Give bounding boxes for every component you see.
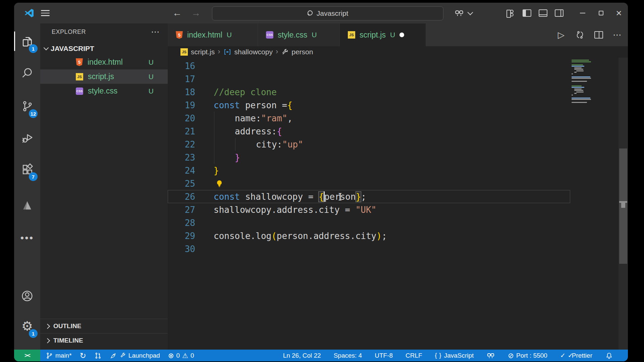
code-line-19[interactable]: 19const person ={: [168, 99, 570, 112]
indent-guide: [214, 151, 214, 164]
tab-index-html[interactable]: 5 index.html U: [168, 23, 258, 46]
js-file-icon: JS: [348, 31, 355, 39]
code-line-22[interactable]: 22city:"up": [168, 138, 570, 151]
source-control-activity-icon[interactable]: 12: [14, 95, 40, 118]
code-text: }: [195, 153, 240, 163]
editor-scrollbar[interactable]: [619, 58, 628, 350]
minimap-line: [572, 60, 589, 61]
cursor-position-item[interactable]: Ln 26, Col 22: [283, 352, 321, 359]
prettier-item[interactable]: ✓✓ Prettier: [560, 352, 592, 359]
restore-button[interactable]: [595, 3, 607, 23]
code-line-28[interactable]: 28: [168, 216, 570, 229]
command-center-search[interactable]: Javascript: [212, 6, 443, 20]
breadcrumb-file[interactable]: script.js: [191, 48, 215, 56]
copilot-status-icon[interactable]: [486, 351, 495, 360]
tab-script-js[interactable]: JS script.js U: [340, 23, 426, 46]
code-line-16[interactable]: 16: [168, 59, 570, 72]
code-line-17[interactable]: 17: [168, 72, 570, 85]
vscode-logo-icon: [23, 3, 36, 23]
tab-bar: 5 index.html U CSS style.css U JS script…: [168, 23, 628, 46]
encoding-item[interactable]: UTF-8: [375, 352, 393, 359]
back-button[interactable]: ←: [171, 3, 183, 23]
minimap-line: [572, 99, 591, 100]
notifications-bell-icon[interactable]: [605, 352, 613, 360]
line-number: 27: [168, 205, 195, 215]
git-branch-item[interactable]: main*: [46, 352, 72, 359]
launchpad-item[interactable]: Launchpad: [110, 352, 160, 359]
file-name: script.js: [88, 72, 114, 81]
code-line-29[interactable]: 29console.log(person.address.city);: [168, 229, 570, 242]
file-name: index.html: [88, 58, 123, 67]
explorer-actions-icon[interactable]: ⋯: [151, 27, 160, 37]
forward-button[interactable]: →: [190, 3, 202, 23]
code-pane[interactable]: 161718//deep clone19const person ={20nam…: [168, 59, 570, 350]
live-server-port-item[interactable]: ⊘ Port : 5500: [508, 352, 547, 360]
more-views-icon[interactable]: •••: [14, 226, 40, 250]
minimap-line: [572, 78, 591, 79]
copilot-icon[interactable]: [453, 3, 466, 23]
file-row-script-js[interactable]: JS script.js U: [40, 69, 168, 84]
code-line-20[interactable]: 20name:"ram",: [168, 112, 570, 125]
menu-icon[interactable]: [40, 3, 51, 23]
launchpad-rocket-icon: [110, 352, 117, 359]
problems-item[interactable]: ⊗ 0 ⚠ 0: [168, 352, 194, 360]
minimize-button[interactable]: [577, 3, 588, 23]
timeline-section[interactable]: TIMELINE: [40, 333, 168, 348]
chevron-separator-icon: ›: [218, 47, 220, 56]
outline-section[interactable]: OUTLINE: [40, 319, 168, 333]
indentation-item[interactable]: Spaces: 4: [334, 352, 362, 359]
extensions-activity-icon[interactable]: 7: [14, 158, 40, 181]
code-line-18[interactable]: 18//deep clone: [168, 85, 570, 99]
toggle-secondary-sidebar-icon[interactable]: [553, 3, 565, 23]
search-activity-icon[interactable]: [14, 61, 40, 84]
account-icon[interactable]: [14, 284, 40, 308]
close-button[interactable]: ×: [613, 3, 625, 23]
customize-layout-icon[interactable]: [504, 3, 516, 23]
minimap[interactable]: [572, 60, 619, 350]
code-line-21[interactable]: 21address:{: [168, 125, 570, 138]
breadcrumb-symbol[interactable]: shallowcopy: [234, 48, 273, 56]
breadcrumb-member[interactable]: person: [291, 48, 313, 56]
line-number: 18: [168, 87, 195, 97]
launchpad-label: Launchpad: [128, 352, 160, 359]
file-name: style.css: [88, 86, 117, 96]
pull-request-icon[interactable]: [94, 352, 102, 359]
git-status-badge: U: [312, 31, 317, 39]
tab-style-css[interactable]: CSS style.css U: [258, 23, 339, 46]
copilot-chevron-icon[interactable]: [466, 3, 474, 23]
minimap-line: [572, 76, 590, 77]
eol-item[interactable]: CRLF: [406, 352, 422, 359]
more-actions-icon[interactable]: ⋯: [612, 29, 623, 41]
line-number: 28: [168, 218, 195, 228]
code-editor[interactable]: 161718//deep clone19const person ={20nam…: [168, 58, 628, 350]
code-line-27[interactable]: 27shallowcopy.address.city = "UK": [168, 203, 570, 216]
explorer-activity-icon[interactable]: 1: [14, 29, 40, 53]
minimap-line: [572, 61, 591, 62]
split-editor-icon[interactable]: [593, 29, 604, 41]
html-file-icon: 5: [76, 58, 83, 66]
run-file-icon[interactable]: ▷: [555, 29, 567, 41]
code-line-30[interactable]: 30: [168, 242, 570, 255]
prism-extension-icon[interactable]: [14, 194, 40, 217]
symbol-property-wrench-icon: [281, 48, 288, 56]
code-line-24[interactable]: 24}: [168, 164, 570, 177]
folder-row-javascript[interactable]: JAVASCRIPT: [40, 42, 168, 55]
file-row-index-html[interactable]: 5 index.html U: [40, 55, 168, 69]
sync-changes-icon[interactable]: ↻: [80, 352, 86, 359]
code-line-25[interactable]: 25: [168, 177, 570, 190]
open-changes-icon[interactable]: [574, 29, 586, 41]
remote-indicator[interactable]: ><: [14, 350, 40, 361]
code-action-lightbulb-icon[interactable]: [215, 179, 223, 190]
circle-slash-icon: ⊘: [508, 352, 514, 360]
toggle-panel-icon[interactable]: [537, 3, 549, 23]
file-row-style-css[interactable]: CSS style.css U: [40, 84, 168, 98]
chevron-right-icon: [45, 323, 50, 329]
scrollbar-cursor-marker: [621, 203, 625, 208]
run-debug-activity-icon[interactable]: [14, 126, 40, 150]
language-mode-item[interactable]: { } JavaScript: [435, 352, 474, 359]
code-line-26[interactable]: 26const shallowcopy = {person};: [168, 190, 570, 203]
toggle-sidebar-icon[interactable]: [521, 3, 533, 23]
settings-gear-icon[interactable]: ⚙ 1: [14, 314, 40, 338]
code-line-23[interactable]: 23}: [168, 151, 570, 164]
modified-dot[interactable]: [399, 33, 404, 37]
